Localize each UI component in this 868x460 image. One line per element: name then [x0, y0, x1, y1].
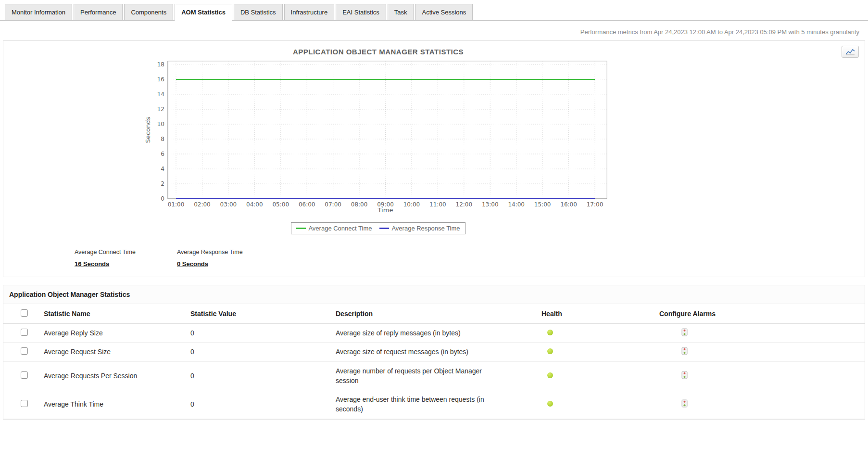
statistic-value: 0: [190, 343, 336, 361]
statistic-value: 0: [190, 390, 336, 419]
statistic-description: Average size of reply messages (in bytes…: [336, 328, 502, 338]
svg-text:07:00: 07:00: [325, 201, 341, 208]
svg-text:0: 0: [161, 195, 164, 202]
configure-alarm-button[interactable]: [681, 328, 688, 336]
legend-line-swatch: [379, 228, 389, 229]
row-checkbox[interactable]: [21, 347, 28, 355]
svg-text:10:00: 10:00: [403, 201, 420, 208]
svg-text:06:00: 06:00: [299, 201, 315, 208]
svg-text:2: 2: [161, 180, 164, 187]
traffic-light-icon: [681, 371, 688, 379]
legend-item-average-response-time: Average Response Time: [379, 225, 460, 232]
tab-performance[interactable]: Performance: [74, 4, 123, 21]
svg-text:17:00: 17:00: [587, 201, 604, 208]
svg-text:01:00: 01:00: [168, 201, 185, 208]
svg-text:Time: Time: [377, 206, 393, 214]
table-row-average-requests-per-session: Average Requests Per Session0Average num…: [3, 361, 865, 390]
traffic-light-icon: [681, 399, 688, 408]
tab-db-statistics[interactable]: DB Statistics: [234, 4, 283, 21]
chart-icon: [845, 49, 855, 55]
statistic-value: 0: [190, 324, 336, 343]
svg-text:11:00: 11:00: [429, 201, 446, 208]
tab-task[interactable]: Task: [388, 4, 414, 21]
table-title: Application Object Manager Statistics: [3, 285, 865, 304]
table-body: Average Reply Size0Average size of reply…: [3, 324, 865, 419]
svg-text:Seconds: Seconds: [144, 116, 151, 143]
summary-value-link[interactable]: 0 Seconds: [177, 260, 208, 268]
chart-options-button[interactable]: [842, 46, 859, 58]
traffic-light-icon: [681, 347, 688, 355]
svg-text:8: 8: [161, 136, 164, 142]
svg-text:6: 6: [161, 151, 164, 157]
svg-text:18: 18: [157, 61, 164, 68]
summary-label: Average Connect Time: [75, 249, 177, 256]
statistic-name: Average Request Size: [44, 343, 190, 361]
column-header-description: Description: [336, 304, 541, 324]
health-status-icon[interactable]: [547, 401, 553, 407]
summary-average-response-time: Average Response Time0 Seconds: [177, 249, 279, 268]
legend-line-swatch: [296, 228, 306, 229]
health-status-icon[interactable]: [547, 330, 553, 335]
svg-text:4: 4: [161, 166, 164, 172]
chart-panel: APPLICATION OBJECT MANAGER STATISTICS 02…: [3, 40, 865, 277]
tab-eai-statistics[interactable]: EAI Statistics: [336, 4, 386, 21]
statistic-name: Average Think Time: [44, 390, 190, 419]
health-status-icon[interactable]: [547, 372, 553, 378]
statistic-name: Average Reply Size: [44, 324, 190, 343]
svg-text:03:00: 03:00: [220, 201, 237, 208]
svg-text:16: 16: [157, 76, 164, 83]
summary-label: Average Response Time: [177, 249, 279, 256]
table-panel: Application Object Manager Statistics St…: [3, 285, 865, 420]
tab-aom-statistics[interactable]: AOM Statistics: [175, 4, 232, 21]
svg-text:12: 12: [157, 106, 164, 113]
legend-label: Average Connect Time: [308, 225, 372, 232]
statistic-description: Average size of request messages (in byt…: [336, 347, 502, 357]
svg-text:16:00: 16:00: [560, 201, 577, 208]
statistic-value: 0: [190, 361, 336, 390]
statistic-description: Average number of requests per Object Ma…: [336, 366, 502, 386]
summary-average-connect-time: Average Connect Time16 Seconds: [75, 249, 177, 268]
legend-label: Average Response Time: [391, 225, 460, 232]
chart-legend-box: Average Connect TimeAverage Response Tim…: [291, 222, 465, 234]
tab-bar: Monitor InformationPerformanceComponents…: [0, 0, 868, 21]
tab-infrastructure[interactable]: Infrastructure: [284, 4, 335, 21]
column-header-statistic-name: Statistic Name: [44, 304, 190, 324]
health-status-icon[interactable]: [547, 348, 553, 354]
table-row-average-think-time: Average Think Time0Average end-user thin…: [3, 390, 865, 419]
aom-statistics-chart: 02468101214161801:0002:0003:0004:0005:00…: [144, 59, 613, 214]
table-row-average-request-size: Average Request Size0Average size of req…: [3, 343, 865, 361]
svg-text:13:00: 13:00: [482, 201, 499, 208]
svg-text:05:00: 05:00: [272, 201, 289, 208]
legend-item-average-connect-time: Average Connect Time: [296, 225, 372, 232]
column-header-statistic-value: Statistic Value: [190, 304, 336, 324]
tab-active-sessions[interactable]: Active Sessions: [415, 4, 473, 21]
configure-alarm-button[interactable]: [681, 347, 688, 355]
configure-alarm-button[interactable]: [681, 399, 688, 408]
table-header-row: Statistic NameStatistic ValueDescription…: [3, 304, 865, 324]
column-header-health: Health: [541, 304, 659, 324]
select-all-checkbox[interactable]: [21, 309, 28, 317]
svg-text:10: 10: [157, 121, 164, 128]
tab-monitor-information[interactable]: Monitor Information: [5, 4, 72, 21]
chart-title: APPLICATION OBJECT MANAGER STATISTICS: [144, 48, 613, 56]
row-checkbox[interactable]: [21, 371, 28, 379]
chart-summary: Average Connect Time16 SecondsAverage Re…: [75, 249, 865, 268]
tab-components[interactable]: Components: [124, 4, 173, 21]
traffic-light-icon: [681, 328, 688, 336]
row-checkbox[interactable]: [21, 400, 28, 407]
aom-statistics-table: Statistic NameStatistic ValueDescription…: [3, 304, 865, 419]
chart-legend: Average Connect TimeAverage Response Tim…: [144, 222, 613, 234]
svg-text:08:00: 08:00: [351, 201, 368, 208]
chart-area: APPLICATION OBJECT MANAGER STATISTICS 02…: [144, 48, 613, 234]
statistic-description: Average end-user think time between requ…: [336, 395, 502, 414]
svg-text:04:00: 04:00: [246, 201, 263, 208]
statistic-name: Average Requests Per Session: [44, 361, 190, 390]
table-row-average-reply-size: Average Reply Size0Average size of reply…: [3, 324, 865, 343]
svg-text:14: 14: [157, 91, 164, 98]
svg-text:02:00: 02:00: [194, 201, 211, 208]
summary-value-link[interactable]: 16 Seconds: [75, 260, 109, 268]
configure-alarm-button[interactable]: [681, 371, 688, 379]
row-checkbox[interactable]: [21, 329, 28, 336]
svg-text:12:00: 12:00: [456, 201, 473, 208]
svg-text:14:00: 14:00: [508, 201, 525, 208]
